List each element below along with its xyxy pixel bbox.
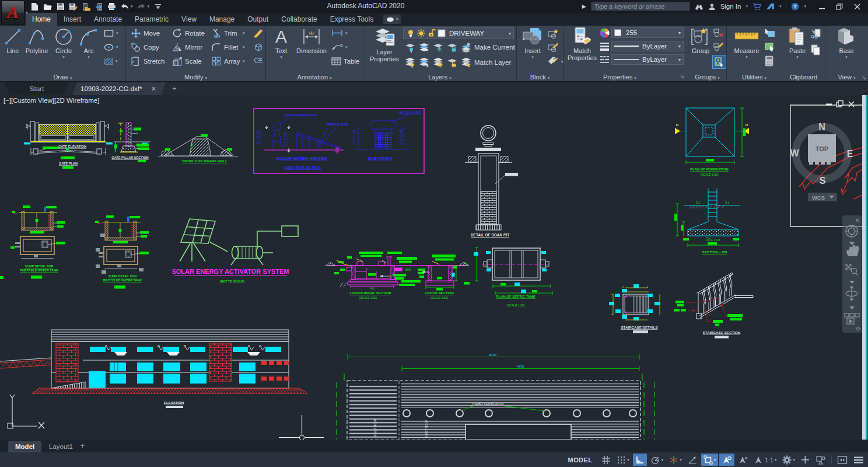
edit-block-button[interactable] [547, 42, 559, 53]
group-button[interactable]: Group [690, 27, 711, 54]
isolate-objects-button[interactable] [813, 454, 828, 466]
layer-off-button[interactable] [404, 42, 415, 53]
tab-collaborate[interactable]: Collaborate [275, 13, 323, 26]
sign-in-avatar-icon[interactable] [708, 3, 716, 11]
layer-unlock-button[interactable] [446, 57, 457, 68]
file-tab-start[interactable]: Start [5, 82, 69, 95]
isometric-drafting-button[interactable]: ▾ [667, 454, 684, 466]
dimension-button[interactable]: Dimension [295, 27, 328, 54]
layer-match-button[interactable] [418, 57, 429, 68]
panel-label-annotation[interactable]: Annotation ▾ [266, 74, 363, 81]
panel-label-block[interactable]: Block ▾ [517, 74, 563, 81]
hatch-button[interactable]: ▾ [104, 57, 118, 65]
stretch-button[interactable]: Stretch [131, 56, 164, 67]
restore-button[interactable] [832, 1, 847, 12]
rotate-button[interactable]: Rotate [172, 28, 205, 39]
layer-on-all-button[interactable] [432, 57, 443, 68]
wcs-menu[interactable]: WCS [808, 193, 837, 201]
create-block-button[interactable] [547, 28, 559, 39]
base-button[interactable]: Base ▾ [834, 27, 859, 59]
panel-label-clipboard[interactable]: Clipboard [782, 74, 825, 81]
rectangle-button[interactable]: ▾ [104, 29, 118, 37]
viewport-minimize-icon[interactable] [826, 104, 832, 106]
file-tab-close-icon[interactable]: ✕ [151, 82, 156, 95]
lineweight-select[interactable]: ByLayer ▾ [611, 41, 684, 51]
make-current-button[interactable]: Make Current [460, 42, 515, 53]
line-button[interactable]: Line [2, 27, 24, 54]
help-icon[interactable]: ? [791, 2, 799, 11]
viewcube-south[interactable]: S [820, 176, 826, 186]
model-space-button[interactable]: MODEL [562, 454, 598, 466]
featured-apps-button[interactable]: ▾ [383, 15, 401, 24]
panel-label-draw[interactable]: Draw ▾ [0, 74, 125, 81]
measure-button[interactable]: Measure ▾ [732, 27, 762, 59]
ortho-mode-button[interactable] [633, 454, 647, 466]
viewport-close-icon[interactable] [849, 102, 854, 107]
help-dropdown[interactable]: ▾ [804, 4, 806, 9]
fillet-button[interactable]: Fillet▾ [211, 42, 245, 53]
layer-select[interactable]: DRIVEWAY ▾ [403, 27, 514, 39]
file-tab-document[interactable]: 10903-2022-CG.dxf*✕ [72, 82, 166, 95]
autoscale-button[interactable] [736, 454, 751, 466]
ungroup-button[interactable] [713, 27, 724, 38]
customization-plus-button[interactable] [799, 454, 812, 466]
viewcube-east[interactable]: E [847, 149, 853, 159]
viewcube-west[interactable]: W [790, 148, 799, 158]
mirror-button[interactable]: Mirror [172, 42, 202, 53]
copy-clip-button[interactable] [810, 44, 821, 55]
viewcube[interactable]: N W E S TOP [790, 122, 853, 186]
copy-button[interactable]: Copy [131, 42, 159, 53]
match-properties-button[interactable]: MatchProperties [567, 27, 597, 61]
quick-calc-button[interactable] [764, 55, 774, 67]
block-attributes-button[interactable]: ▾ [547, 56, 564, 67]
panel-label-modify[interactable]: Modify ▾ [126, 74, 265, 81]
color-select[interactable]: 255 ▾ [611, 27, 684, 38]
layer-isolate-button[interactable] [418, 42, 429, 53]
tab-output[interactable]: Output [241, 13, 275, 26]
viewport-restore-icon[interactable] [836, 101, 843, 107]
cut-button[interactable] [810, 28, 822, 39]
annotation-visibility-button[interactable] [719, 454, 734, 466]
tab-annotate[interactable]: Annotate [88, 13, 128, 26]
tab-home[interactable]: Home [26, 13, 57, 26]
clean-screen-button[interactable] [835, 454, 850, 466]
select-similar-button[interactable] [764, 41, 776, 52]
linetype-select[interactable]: ByLayer ▾ [611, 54, 684, 65]
model-space[interactable]: [−][Custom View][2D Wireframe] GATE ELEV… [0, 95, 868, 440]
group-selection-toggle[interactable] [713, 55, 726, 68]
tab-parametric[interactable]: Parametric [128, 13, 175, 26]
text-button[interactable]: A Text ▾ [270, 27, 293, 59]
layer-on-button[interactable] [404, 57, 415, 68]
sign-in-label[interactable]: Sign In [720, 3, 741, 10]
search-binoculars-icon[interactable] [695, 3, 704, 10]
layer-lock-button[interactable] [446, 42, 457, 53]
autodesk-dropdown[interactable]: ▾ [779, 4, 782, 9]
model-tab[interactable]: Model [8, 441, 41, 452]
application-menu-caret[interactable]: ▾ [26, 11, 28, 15]
close-button[interactable] [849, 1, 864, 12]
panel-label-groups[interactable]: Groups ▾ [688, 74, 726, 81]
blend-button[interactable] [253, 56, 264, 65]
tab-view[interactable]: View [175, 13, 203, 26]
search-expand-icon[interactable]: ▶ [582, 4, 586, 9]
insert-button[interactable]: Insert ▾ [520, 27, 545, 59]
leader-button[interactable]: ▾ [331, 43, 348, 51]
panel-label-utilities[interactable]: Utilities ▾ [727, 74, 782, 81]
application-menu-button[interactable]: A [1, 1, 24, 25]
new-drawing-tab-button[interactable]: + [170, 85, 178, 93]
grid-display-button[interactable] [599, 454, 613, 466]
tab-express-tools[interactable]: Express Tools [324, 13, 380, 26]
tab-insert[interactable]: Insert [57, 13, 88, 26]
trim-button[interactable]: Trim▾ [211, 28, 245, 39]
layer-freeze-button[interactable] [432, 42, 443, 53]
layout1-tab[interactable]: Layout1 [42, 441, 80, 452]
minimize-button[interactable] [814, 1, 830, 12]
object-snap-tracking-button[interactable] [685, 454, 700, 466]
viewcube-north[interactable]: N [818, 122, 825, 132]
sign-in-dropdown[interactable]: ▾ [746, 4, 748, 9]
cart-icon[interactable] [752, 3, 761, 11]
quick-select-button[interactable] [764, 27, 776, 38]
arc-button[interactable]: Arc ▾ [77, 27, 100, 59]
new-layout-button[interactable]: + [80, 442, 85, 450]
table-button[interactable]: Table [331, 57, 360, 65]
